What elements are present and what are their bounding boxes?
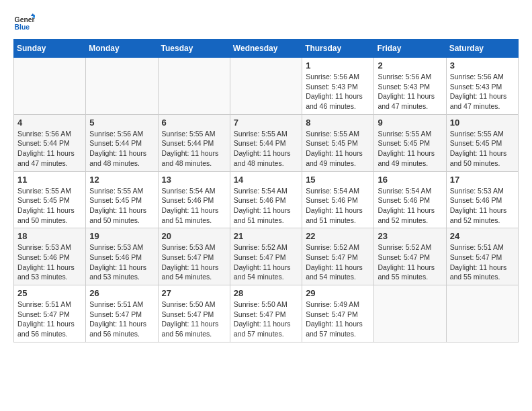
calendar-cell: 16Sunrise: 5:54 AMSunset: 5:46 PMDayligh… [374, 171, 446, 228]
calendar-cell: 23Sunrise: 5:52 AMSunset: 5:47 PMDayligh… [374, 228, 446, 285]
day-header-tuesday: Tuesday [158, 40, 230, 58]
calendar-cell: 3Sunrise: 5:56 AMSunset: 5:43 PMDaylight… [446, 58, 518, 115]
calendar-cell: 29Sunrise: 5:49 AMSunset: 5:47 PMDayligh… [302, 285, 374, 342]
day-info: Sunrise: 5:55 AMSunset: 5:44 PMDaylight:… [162, 129, 226, 169]
day-number: 28 [234, 288, 298, 298]
calendar-header-row: SundayMondayTuesdayWednesdayThursdayFrid… [14, 40, 519, 58]
day-number: 7 [234, 118, 298, 128]
calendar-week-row: 25Sunrise: 5:51 AMSunset: 5:47 PMDayligh… [14, 285, 519, 342]
calendar-cell [86, 58, 158, 115]
calendar-cell: 25Sunrise: 5:51 AMSunset: 5:47 PMDayligh… [14, 285, 86, 342]
day-header-sunday: Sunday [14, 40, 86, 58]
calendar-cell: 22Sunrise: 5:52 AMSunset: 5:47 PMDayligh… [302, 228, 374, 285]
day-number: 9 [378, 118, 442, 128]
day-info: Sunrise: 5:55 AMSunset: 5:45 PMDaylight:… [450, 129, 515, 169]
day-number: 2 [378, 60, 442, 71]
calendar-cell: 1Sunrise: 5:56 AMSunset: 5:43 PMDaylight… [302, 58, 374, 115]
page-header: General Blue [13, 13, 519, 32]
day-info: Sunrise: 5:50 AMSunset: 5:47 PMDaylight:… [162, 300, 226, 339]
calendar-cell: 7Sunrise: 5:55 AMSunset: 5:44 PMDaylight… [230, 114, 302, 171]
calendar-week-row: 4Sunrise: 5:56 AMSunset: 5:44 PMDaylight… [14, 114, 519, 171]
calendar-week-row: 18Sunrise: 5:53 AMSunset: 5:46 PMDayligh… [14, 228, 519, 285]
calendar-cell: 15Sunrise: 5:54 AMSunset: 5:46 PMDayligh… [302, 171, 374, 228]
day-number: 3 [450, 60, 515, 71]
day-number: 6 [162, 118, 226, 128]
svg-text:General: General [15, 16, 35, 24]
calendar-cell [374, 285, 446, 342]
calendar-cell: 24Sunrise: 5:51 AMSunset: 5:47 PMDayligh… [446, 228, 518, 285]
logo: General Blue [13, 13, 35, 32]
day-number: 29 [306, 288, 370, 298]
day-number: 26 [89, 288, 154, 298]
calendar-cell [230, 58, 302, 115]
day-info: Sunrise: 5:55 AMSunset: 5:45 PMDaylight:… [306, 129, 370, 169]
calendar-week-row: 1Sunrise: 5:56 AMSunset: 5:43 PMDaylight… [14, 58, 519, 115]
calendar-cell: 12Sunrise: 5:55 AMSunset: 5:45 PMDayligh… [86, 171, 158, 228]
calendar-cell [446, 285, 518, 342]
day-number: 10 [450, 118, 515, 128]
day-info: Sunrise: 5:53 AMSunset: 5:46 PMDaylight:… [17, 242, 82, 282]
day-number: 14 [234, 175, 298, 185]
day-header-wednesday: Wednesday [230, 40, 302, 58]
day-info: Sunrise: 5:52 AMSunset: 5:47 PMDaylight:… [378, 242, 442, 282]
calendar-cell: 21Sunrise: 5:52 AMSunset: 5:47 PMDayligh… [230, 228, 302, 285]
day-number: 15 [306, 175, 370, 185]
day-number: 16 [378, 175, 442, 185]
calendar-cell: 28Sunrise: 5:50 AMSunset: 5:47 PMDayligh… [230, 285, 302, 342]
calendar-cell: 4Sunrise: 5:56 AMSunset: 5:44 PMDaylight… [14, 114, 86, 171]
day-number: 22 [306, 231, 370, 241]
day-number: 21 [234, 231, 298, 241]
day-info: Sunrise: 5:51 AMSunset: 5:47 PMDaylight:… [450, 242, 515, 282]
calendar-cell: 20Sunrise: 5:53 AMSunset: 5:47 PMDayligh… [158, 228, 230, 285]
day-info: Sunrise: 5:55 AMSunset: 5:45 PMDaylight:… [17, 186, 82, 226]
day-info: Sunrise: 5:49 AMSunset: 5:47 PMDaylight:… [306, 300, 370, 339]
day-number: 5 [89, 118, 154, 128]
day-number: 23 [378, 231, 442, 241]
day-number: 13 [162, 175, 226, 185]
day-number: 8 [306, 118, 370, 128]
calendar-cell: 13Sunrise: 5:54 AMSunset: 5:46 PMDayligh… [158, 171, 230, 228]
svg-text:Blue: Blue [15, 24, 30, 31]
day-header-friday: Friday [374, 40, 446, 58]
day-number: 18 [17, 231, 82, 241]
day-info: Sunrise: 5:55 AMSunset: 5:45 PMDaylight:… [378, 129, 442, 169]
calendar-cell: 26Sunrise: 5:51 AMSunset: 5:47 PMDayligh… [86, 285, 158, 342]
day-info: Sunrise: 5:54 AMSunset: 5:46 PMDaylight:… [162, 186, 226, 226]
calendar-cell: 14Sunrise: 5:54 AMSunset: 5:46 PMDayligh… [230, 171, 302, 228]
day-number: 25 [17, 288, 82, 298]
calendar-cell: 5Sunrise: 5:56 AMSunset: 5:44 PMDaylight… [86, 114, 158, 171]
calendar-cell: 6Sunrise: 5:55 AMSunset: 5:44 PMDaylight… [158, 114, 230, 171]
day-info: Sunrise: 5:55 AMSunset: 5:45 PMDaylight:… [89, 186, 154, 226]
day-info: Sunrise: 5:51 AMSunset: 5:47 PMDaylight:… [89, 300, 154, 339]
day-number: 20 [162, 231, 226, 241]
calendar-cell: 27Sunrise: 5:50 AMSunset: 5:47 PMDayligh… [158, 285, 230, 342]
day-number: 12 [89, 175, 154, 185]
day-header-saturday: Saturday [446, 40, 518, 58]
day-info: Sunrise: 5:54 AMSunset: 5:46 PMDaylight:… [306, 186, 370, 226]
day-number: 19 [89, 231, 154, 241]
day-info: Sunrise: 5:51 AMSunset: 5:47 PMDaylight:… [17, 300, 82, 339]
day-info: Sunrise: 5:56 AMSunset: 5:44 PMDaylight:… [17, 129, 82, 169]
day-info: Sunrise: 5:54 AMSunset: 5:46 PMDaylight:… [234, 186, 298, 226]
day-number: 4 [17, 118, 82, 128]
calendar-cell: 8Sunrise: 5:55 AMSunset: 5:45 PMDaylight… [302, 114, 374, 171]
calendar-cell [158, 58, 230, 115]
calendar-cell [14, 58, 86, 115]
day-number: 27 [162, 288, 226, 298]
day-number: 24 [450, 231, 515, 241]
day-number: 17 [450, 175, 515, 185]
day-info: Sunrise: 5:52 AMSunset: 5:47 PMDaylight:… [306, 242, 370, 282]
calendar-week-row: 11Sunrise: 5:55 AMSunset: 5:45 PMDayligh… [14, 171, 519, 228]
day-info: Sunrise: 5:52 AMSunset: 5:47 PMDaylight:… [234, 242, 298, 282]
calendar-cell: 9Sunrise: 5:55 AMSunset: 5:45 PMDaylight… [374, 114, 446, 171]
day-info: Sunrise: 5:54 AMSunset: 5:46 PMDaylight:… [378, 186, 442, 226]
day-header-monday: Monday [86, 40, 158, 58]
calendar-table: SundayMondayTuesdayWednesdayThursdayFrid… [13, 39, 519, 342]
day-info: Sunrise: 5:56 AMSunset: 5:43 PMDaylight:… [306, 72, 370, 111]
day-info: Sunrise: 5:56 AMSunset: 5:43 PMDaylight:… [378, 72, 442, 111]
day-info: Sunrise: 5:53 AMSunset: 5:47 PMDaylight:… [162, 242, 226, 282]
day-number: 11 [17, 175, 82, 185]
day-header-thursday: Thursday [302, 40, 374, 58]
logo-icon: General Blue [13, 13, 35, 32]
calendar-cell: 17Sunrise: 5:53 AMSunset: 5:46 PMDayligh… [446, 171, 518, 228]
